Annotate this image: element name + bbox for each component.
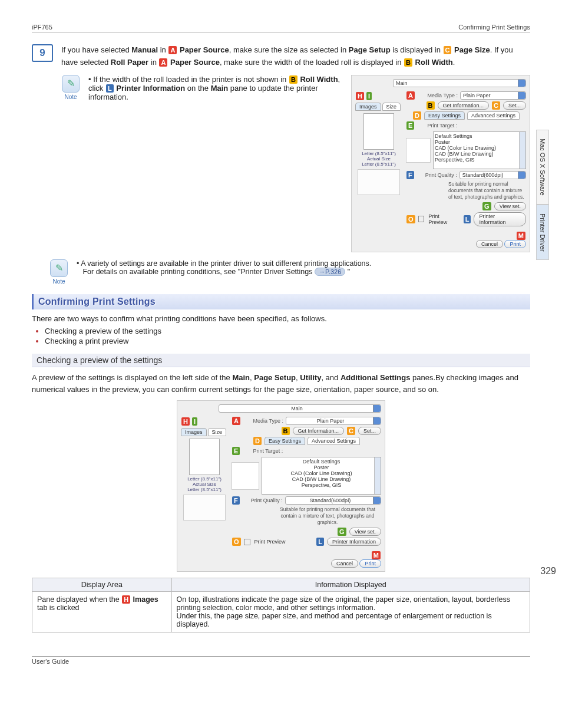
driver-screenshot-large: Main H I Images Size Letter (8.5"x11") A… — [177, 400, 385, 572]
note-icon-2: ✎ Note — [48, 259, 70, 285]
advanced-settings-tab-2[interactable]: Advanced Settings — [308, 437, 360, 445]
letter-a: A — [168, 46, 177, 54]
set-button[interactable]: Set... — [503, 101, 526, 110]
step-text: If you have selected Manual in A Paper S… — [61, 44, 530, 69]
page-header: iPF765 Confirming Print Settings — [32, 24, 530, 32]
note-icon: ✎ Note — [60, 75, 81, 252]
side-tab-driver: Printer Driver — [536, 205, 549, 261]
td-info-displayed: On top, illustrations indicate the page … — [171, 592, 530, 633]
letter-b: B — [404, 58, 412, 67]
easy-settings-tab-2[interactable]: Easy Settings — [265, 437, 305, 445]
header-left: iPF765 — [32, 24, 52, 31]
preview-checkbox[interactable] — [418, 216, 425, 222]
pane-select[interactable]: Main — [393, 79, 526, 87]
media-type-select-2[interactable]: Plain Paper — [286, 417, 381, 425]
letter-a2: A — [159, 58, 167, 67]
cancel-button-2[interactable]: Cancel — [331, 559, 358, 568]
page-link[interactable]: →P.326 — [315, 268, 345, 276]
pane-select-2[interactable]: Main — [219, 404, 381, 413]
print-button-2[interactable]: Print — [359, 559, 381, 568]
quality-desc: Suitable for printing normal documents t… — [448, 181, 526, 200]
note-2: ✎ Note • A variety of settings are avail… — [48, 259, 530, 285]
pencil-icon: ✎ — [62, 75, 80, 93]
section-intro: There are two ways to confirm what print… — [32, 314, 530, 323]
get-info-button-2[interactable]: Get Information... — [293, 427, 345, 435]
page-footer: User's Guide — [32, 656, 530, 665]
side-tab-software: Mac OS X Software — [536, 130, 549, 205]
side-tabs: Mac OS X Software Printer Driver — [536, 130, 554, 260]
easy-settings-tab[interactable]: Easy Settings — [424, 111, 465, 120]
letter-l: L — [106, 84, 114, 93]
driver-screenshot-small: Main H I Images Size Letter (8.5"x11") — [351, 75, 530, 252]
preview-panel: H I Images Size Letter (8.5"x11") Actual… — [355, 90, 402, 228]
media-type-select[interactable]: Plain Paper — [460, 91, 526, 100]
advanced-settings-tab[interactable]: Advanced Settings — [467, 111, 520, 120]
step-number: 9 — [32, 44, 53, 62]
section-title: Confirming Print Settings — [32, 294, 530, 309]
view-set-button-2[interactable]: View set. — [349, 528, 381, 536]
letter-h: H — [356, 92, 364, 100]
print-target-list[interactable]: Default Settings Poster CAD (Color Line … — [433, 131, 526, 169]
cancel-button[interactable]: Cancel — [476, 240, 503, 248]
step-9: 9 If you have selected Manual in A Paper… — [32, 44, 530, 69]
section-bullets: Checking a preview of the settings Check… — [45, 327, 530, 345]
page-number: 329 — [540, 566, 556, 577]
tab-images[interactable]: Images — [355, 103, 381, 111]
print-target-list-2[interactable]: Default Settings Poster CAD (Color Line … — [262, 457, 381, 495]
set-button-2[interactable]: Set... — [358, 427, 381, 435]
header-right: Confirming Print Settings — [458, 24, 530, 31]
target-thumb — [406, 138, 431, 163]
preview-panel-2: H I Images Size Letter (8.5"x11") Actual… — [181, 415, 228, 548]
subsection-body: A preview of the settings is displayed o… — [32, 372, 530, 396]
preview-checkbox-2[interactable] — [244, 539, 250, 545]
target-thumb-2 — [232, 462, 259, 490]
pencil-icon: ✎ — [50, 259, 68, 277]
tab-size-2[interactable]: Size — [208, 428, 227, 436]
note-1: ✎ Note • If the width of the roll loaded… — [60, 75, 530, 252]
info-table: Display Area Information Displayed Pane … — [32, 578, 530, 633]
print-quality-select[interactable]: Standard(600dpi) — [459, 171, 526, 179]
subsection-title: Checking a preview of the settings — [32, 354, 530, 367]
scrollbar[interactable] — [519, 132, 525, 169]
th-display-area: Display Area — [32, 578, 172, 592]
scrollbar-2[interactable] — [374, 457, 381, 494]
footer-left: User's Guide — [32, 658, 69, 665]
print-quality-select-2[interactable]: Standard(600dpi) — [285, 496, 381, 505]
print-button[interactable]: Print — [504, 240, 526, 248]
letter-b2: B — [289, 75, 297, 84]
get-info-button[interactable]: Get Information... — [438, 101, 490, 110]
printer-info-button[interactable]: Printer Information — [474, 212, 526, 226]
tab-size[interactable]: Size — [382, 103, 401, 111]
tab-images-2[interactable]: Images — [181, 428, 207, 436]
letter-c: C — [444, 46, 452, 54]
note-text: • If the width of the roll loaded in the… — [88, 75, 343, 252]
letter-i: I — [366, 92, 372, 100]
td-display-area: Pane displayed when the H Images tab is … — [32, 592, 172, 633]
view-set-button[interactable]: View set. — [494, 202, 526, 210]
printer-info-button-2[interactable]: Printer Information — [327, 538, 381, 546]
th-info-displayed: Information Displayed — [171, 578, 530, 592]
printer-icon — [358, 169, 400, 195]
printer-icon-2 — [183, 495, 226, 521]
letter-h-table: H — [122, 595, 130, 604]
